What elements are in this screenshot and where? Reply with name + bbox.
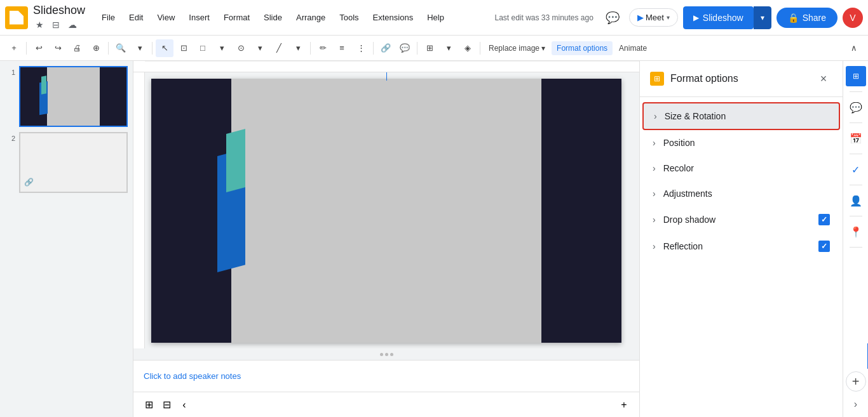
recolor-label: Recolor [663, 163, 694, 173]
doc-icon-row: ★ ⊟ ☁ [33, 18, 85, 31]
comment-btn[interactable]: 💬 [396, 39, 414, 57]
canvas-wrapper [133, 72, 639, 348]
menu-insert[interactable]: Insert [182, 10, 216, 25]
link-btn[interactable]: 🔗 [377, 39, 395, 57]
ruler-vertical [133, 72, 145, 348]
format-option-position[interactable]: › Position [642, 130, 840, 156]
shapes-dropdown[interactable]: ▾ [213, 39, 231, 57]
slide-preview-1[interactable] [19, 66, 128, 127]
menu-extensions[interactable]: Extensions [367, 10, 420, 25]
paint-format-button[interactable]: ⊕ [87, 39, 105, 57]
add-button[interactable]: + [5, 39, 23, 57]
pen-tool[interactable]: ✏ [314, 39, 332, 57]
sidebar-chat-icon[interactable]: 💬 [846, 97, 866, 117]
menu-edit[interactable]: Edit [123, 10, 149, 25]
sidebar-maps-icon[interactable]: 📍 [846, 222, 866, 242]
lasso-tool[interactable]: ⊙ [232, 39, 250, 57]
menu-file[interactable]: File [95, 10, 121, 25]
ruler-h-content [145, 61, 639, 72]
filmstrip-view-button[interactable]: ⊟ [159, 397, 174, 413]
redo-button[interactable]: ↪ [49, 39, 67, 57]
sidebar-sep-2 [850, 122, 862, 123]
share-button[interactable]: 🔒 Share [776, 8, 837, 28]
menu-slide[interactable]: Slide [257, 10, 288, 25]
slide-right-panel [541, 79, 621, 343]
sidebar-contacts-icon[interactable]: 👤 [846, 190, 866, 211]
meet-button[interactable]: ▶ Meet ▾ [629, 8, 678, 27]
replace-image-button[interactable]: Replace image ▾ [484, 41, 550, 55]
grid-view-button[interactable]: ⊞ [141, 397, 156, 413]
collapse-toolbar-btn[interactable]: ∧ [845, 39, 863, 57]
animate-button[interactable]: Animate [614, 41, 652, 55]
menu-help[interactable]: Help [421, 10, 451, 25]
sep-2 [108, 42, 109, 55]
drop-shadow-checkbox[interactable]: ✓ [818, 214, 830, 225]
mask-btn[interactable]: ◈ [459, 39, 477, 57]
comments-icon[interactable]: 💬 [601, 6, 624, 29]
format-option-drop-shadow[interactable]: › Drop shadow ✓ [642, 206, 840, 233]
format-panel-close-button[interactable]: × [815, 70, 832, 88]
star-icon[interactable]: ★ [33, 18, 46, 31]
adjustments-label: Adjustments [663, 189, 712, 199]
folder-icon[interactable]: ⊟ [50, 18, 62, 31]
doc-title[interactable]: Slideshow [33, 4, 85, 17]
menu-format[interactable]: Format [217, 10, 256, 25]
collapse-panel-button[interactable]: ‹ [177, 397, 192, 413]
meet-logo: ▶ [637, 13, 643, 22]
cloud-icon[interactable]: ☁ [66, 18, 79, 31]
menu-tools[interactable]: Tools [333, 10, 365, 25]
bottom-left: ⊞ ⊟ ‹ [141, 397, 192, 413]
meet-label: Meet [646, 13, 664, 22]
add-slide-bottom-button[interactable]: + [616, 397, 632, 413]
zoom-button[interactable]: 🔍 [112, 39, 130, 57]
align-center[interactable]: ⋮ [352, 39, 370, 57]
notes-placeholder[interactable]: Click to add speaker notes [144, 371, 241, 381]
position-label: Position [663, 138, 695, 148]
meet-chevron: ▾ [667, 14, 670, 21]
app-icon[interactable] [5, 6, 28, 29]
line-dropdown[interactable]: ▾ [289, 39, 307, 57]
print-button[interactable]: 🖨 [68, 39, 86, 57]
lasso-dropdown[interactable]: ▾ [251, 39, 269, 57]
size-rotation-label: Size & Rotation [665, 111, 726, 121]
slideshow-button[interactable]: ▶ Slideshow [683, 6, 754, 29]
slide-canvas[interactable] [151, 79, 621, 343]
menu-arrange[interactable]: Arrange [290, 10, 332, 25]
sidebar-sep-1 [850, 91, 862, 92]
slideshow-dropdown-button[interactable]: ▾ [754, 6, 771, 29]
crop-dropdown[interactable]: ▾ [440, 39, 458, 57]
line-tool[interactable]: ╱ [270, 39, 288, 57]
slide-thumb-1[interactable]: 1 [5, 66, 128, 127]
format-option-size-rotation[interactable]: › Size & Rotation [642, 102, 840, 130]
slide-accent-teal [226, 129, 245, 192]
crop-btn[interactable]: ⊞ [421, 39, 438, 57]
sidebar-sheets-icon[interactable]: ⊞ [846, 66, 866, 86]
format-option-reflection[interactable]: › Reflection ✓ [642, 233, 840, 260]
slide-preview-2[interactable]: 🔗 [19, 132, 128, 193]
undo-button[interactable]: ↩ [30, 39, 48, 57]
format-option-recolor[interactable]: › Recolor [642, 156, 840, 181]
menu-view[interactable]: View [151, 10, 181, 25]
sep-3 [152, 42, 153, 55]
recolor-chevron: › [653, 163, 656, 173]
format-option-adjustments[interactable]: › Adjustments [642, 181, 840, 206]
format-options-button[interactable]: Format options [552, 41, 613, 55]
dot-1 [380, 353, 383, 356]
sidebar-expand-button[interactable]: › [848, 397, 864, 412]
zoom-dropdown[interactable]: ▾ [131, 39, 149, 57]
sep-4 [310, 42, 311, 55]
avatar[interactable]: V [843, 8, 863, 28]
slide-thumb-2[interactable]: 2 🔗 [5, 132, 128, 193]
sidebar-calendar-icon[interactable]: 📅 [846, 128, 866, 149]
shapes-tool[interactable]: □ [194, 39, 212, 57]
sidebar-sep-6 [850, 247, 862, 248]
replace-image-label: Replace image [489, 44, 539, 53]
sidebar-tasks-icon[interactable]: ✓ [846, 159, 866, 180]
frame-tool[interactable]: ⊡ [175, 39, 193, 57]
sidebar-add-button[interactable]: + [846, 371, 866, 392]
align-left[interactable]: ≡ [333, 39, 351, 57]
doc-title-area: Slideshow ★ ⊟ ☁ [33, 4, 85, 31]
reflection-checkbox[interactable]: ✓ [818, 241, 830, 252]
cursor-tool[interactable]: ↖ [156, 39, 173, 57]
notes-area[interactable]: Click to add speaker notes [133, 360, 639, 392]
